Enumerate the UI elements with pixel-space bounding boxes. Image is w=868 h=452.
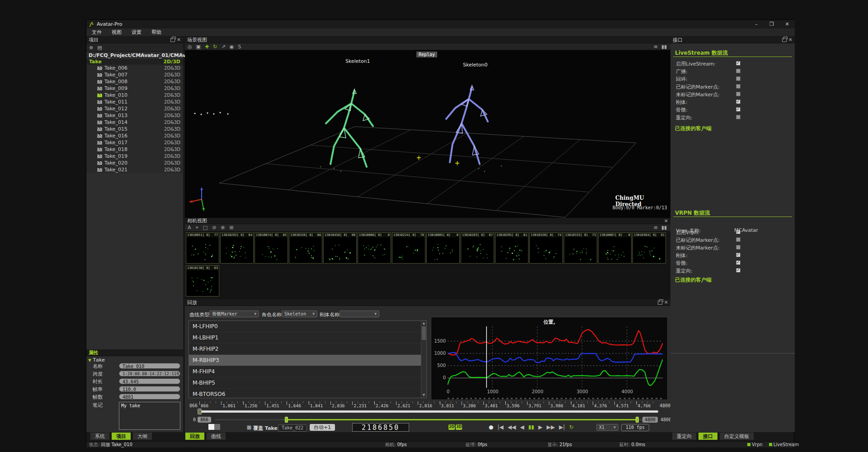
position-chart[interactable]: 位置, 05001000150001000200030004000 xyxy=(431,317,668,400)
2d-button[interactable]: 2D xyxy=(448,424,455,430)
camera-thumbnail[interactable]: 13010005[ 0]0 xyxy=(426,232,460,264)
close-panel-icon[interactable]: × xyxy=(664,300,668,305)
add-circle-icon[interactable]: ⊕ xyxy=(221,225,225,230)
marker-list-item[interactable]: M-FHIP4 xyxy=(189,366,422,377)
marker-list-item[interactable]: M-LBHIP1 xyxy=(189,332,422,344)
close-panel-icon[interactable]: × xyxy=(664,219,668,223)
mask-icon[interactable]: ⊘ xyxy=(212,225,216,230)
setting-checkbox[interactable] xyxy=(736,245,741,250)
take-row[interactable]: Take_019 2D&3D xyxy=(86,153,183,160)
step-back-button[interactable]: ◀ xyxy=(520,424,524,430)
range-selected[interactable] xyxy=(286,419,637,420)
rewind-button[interactable]: ◀◀ xyxy=(508,424,516,430)
take-span-field[interactable]: 1:28:00.00-14:22:12:119.00 xyxy=(119,371,180,377)
next-take-input[interactable]: Take_022 xyxy=(278,424,307,432)
take-group-row[interactable]: ▼ Take xyxy=(88,357,105,363)
tab[interactable]: 接口 xyxy=(698,432,718,440)
range-end-box[interactable]: 4800 xyxy=(642,417,658,423)
import-take-icon[interactable]: ⊕ xyxy=(89,45,93,50)
printer-icon[interactable]: ▤ xyxy=(97,45,102,50)
camera-thumbnail[interactable]: 13010130[ 0]63 xyxy=(186,265,219,297)
pause-view-icon[interactable]: ▮▮ xyxy=(661,225,667,230)
collapse-arrow-icon[interactable]: ▼ xyxy=(88,358,91,363)
grid-icon[interactable]: ⊞ xyxy=(230,225,234,230)
marker-list-item[interactable]: M-BHIP5 xyxy=(189,377,422,389)
curve-type-select[interactable]: 骨骼Marker▼ xyxy=(209,311,259,317)
take-row[interactable]: Take_006 2D&3D xyxy=(86,65,183,71)
auto-icon[interactable]: A xyxy=(188,225,191,230)
take-row[interactable]: Take_007 2D&3D xyxy=(86,71,183,78)
marker-list-item[interactable]: M-BTORSO6 xyxy=(189,389,422,398)
setting-checkbox[interactable] xyxy=(736,69,741,73)
menu-list-icon[interactable]: ≡ xyxy=(654,44,658,49)
camera-thumbnail[interactable]: 13010295[ 0]81 xyxy=(495,232,528,264)
select-rect-icon[interactable]: □ xyxy=(203,225,208,230)
setting-checkbox[interactable] xyxy=(736,107,741,112)
record-button[interactable]: ● xyxy=(489,424,493,430)
take-row[interactable]: Take_018 2D&3D xyxy=(86,146,183,153)
tab[interactable]: 项目 xyxy=(111,432,131,440)
take-row[interactable]: Take_011 2D&3D xyxy=(86,99,183,105)
menu-item[interactable]: 视图 xyxy=(112,29,122,36)
tab[interactable]: 曲线 xyxy=(206,432,226,440)
play-button[interactable]: ▶ xyxy=(538,424,542,430)
range-start-handle[interactable] xyxy=(285,417,288,423)
camera-thumbnail[interactable]: 13010456[ 0]96 xyxy=(323,232,357,264)
take-name-field[interactable]: Take_010 xyxy=(119,363,180,369)
camera-mode-icon[interactable]: ◎ xyxy=(188,44,192,49)
timeline-ruler[interactable]: 8661,0611,2561,4511,6461,8412,0362,2312,… xyxy=(199,401,658,410)
setting-checkbox[interactable] xyxy=(736,76,741,81)
camera-thumbnail[interactable]: 13010333[ 0]73 xyxy=(564,232,597,264)
tab[interactable]: 重定向 xyxy=(672,432,697,440)
camera-thumbnail[interactable]: 13010224[ 0]78 xyxy=(392,232,425,264)
setting-checkbox[interactable] xyxy=(736,99,741,104)
setting-checkbox[interactable] xyxy=(736,92,741,96)
float-panel-icon[interactable] xyxy=(782,38,787,42)
timeline-scroll-handle[interactable] xyxy=(198,409,202,414)
camera-thumbnail[interactable]: 13010051[ 0]77 xyxy=(186,232,219,264)
fast-forward-button[interactable]: ▶▶ xyxy=(547,424,555,430)
close-panel-icon[interactable]: × xyxy=(788,38,793,42)
range-end-handle[interactable] xyxy=(636,417,639,423)
float-panel-icon[interactable] xyxy=(170,38,175,42)
take-row[interactable]: Take_015 2D&3D xyxy=(86,126,183,132)
pause-button[interactable]: ▮▮ xyxy=(528,424,534,430)
take-duration-field[interactable]: 43.645 xyxy=(119,378,180,384)
camera-thumbnail[interactable]: 13010320[ 0]74 xyxy=(529,232,563,264)
refresh-icon[interactable]: ↻ xyxy=(213,44,217,49)
take-row[interactable]: Take_014 2D&3D xyxy=(86,119,183,126)
locate-icon[interactable]: ⌖ xyxy=(196,225,198,230)
camera-thumbnail[interactable]: 13010074[ 0]85 xyxy=(255,232,288,264)
take-row[interactable]: Take_008 2D&3D xyxy=(86,78,183,85)
tab[interactable]: 系统 xyxy=(90,432,110,440)
marker-list-item[interactable]: M-LFHIP0 xyxy=(189,321,422,332)
notes-textarea[interactable]: My take xyxy=(119,402,180,430)
take-framecount-field[interactable]: 4801 xyxy=(119,394,180,400)
take-row[interactable]: Take_009 2D&3D xyxy=(86,85,183,92)
close-button[interactable]: ✕ xyxy=(779,20,795,28)
3d-button[interactable]: 3D xyxy=(456,424,462,430)
camera-thumbnail[interactable]: 13010006[ 0]0 xyxy=(358,232,391,264)
spline-icon[interactable]: S xyxy=(238,44,241,49)
marker-list-item[interactable]: M-RBHIP3 xyxy=(189,355,422,366)
setting-checkbox[interactable] xyxy=(736,230,741,234)
scrollbar-thumb[interactable] xyxy=(422,326,426,340)
setting-checkbox[interactable] xyxy=(736,115,741,119)
rigid-name-select[interactable]: ▼ xyxy=(340,311,379,317)
tab[interactable]: 回放 xyxy=(185,432,205,440)
setting-checkbox[interactable] xyxy=(736,61,741,66)
take-framerate-field[interactable]: 110.0 xyxy=(119,386,180,392)
skip-end-button[interactable]: ▶| xyxy=(559,424,565,430)
take-row[interactable]: Take_016 2D&3D xyxy=(86,132,183,139)
pause-view-icon[interactable]: ▮▮ xyxy=(661,44,667,49)
speed-select[interactable]: X1▼ xyxy=(596,424,618,431)
scene-viewport[interactable]: Replay Skeleton1 Skeleton0 ChingMU Direc… xyxy=(185,50,670,218)
export-icon[interactable]: ↗ xyxy=(221,44,225,49)
setting-checkbox[interactable] xyxy=(736,237,741,242)
white-swatch[interactable] xyxy=(208,424,214,430)
take-row[interactable]: Take_021 2D&3D xyxy=(86,166,183,173)
maximize-button[interactable]: ❒ xyxy=(764,20,779,28)
close-panel-icon[interactable]: × xyxy=(177,38,181,42)
camera-thumbnail[interactable]: 13010364[ 0]91 xyxy=(632,232,666,264)
view-color-toggle[interactable] xyxy=(208,424,220,430)
